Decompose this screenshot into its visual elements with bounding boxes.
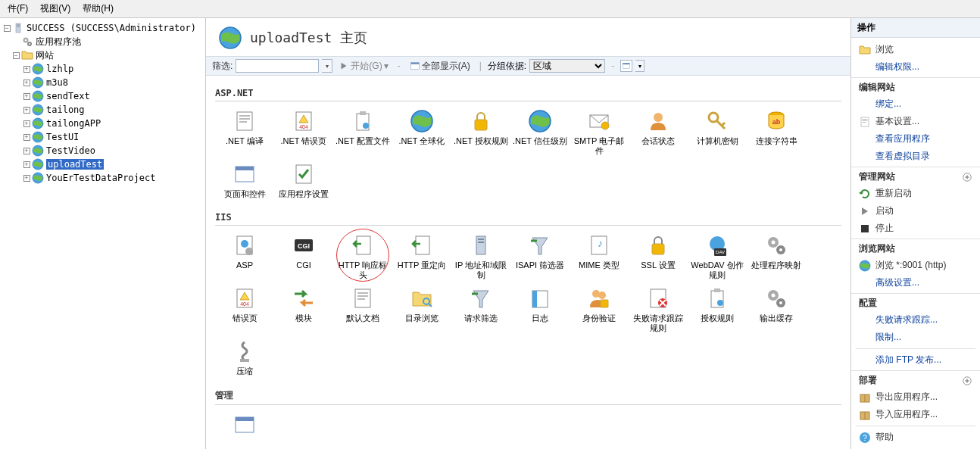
action-edit-permissions[interactable]: 编辑权限... <box>851 58 980 76</box>
action-help[interactable]: 帮助 <box>851 429 980 446</box>
tree-site-tailongAPP[interactable]: +tailongAPP <box>0 117 205 130</box>
action-basic-settings[interactable]: 基本设置... <box>851 113 980 130</box>
site-icon <box>218 26 242 50</box>
feature-trust[interactable]: .NET 信任级别 <box>510 106 570 159</box>
show-all-button[interactable]: 全部显示(A) <box>407 60 473 73</box>
action-advanced-settings[interactable]: 高级设置... <box>851 274 980 292</box>
feature-label: 处理程序映射 <box>751 260 801 270</box>
tree-sites[interactable]: − 网站 <box>0 48 205 62</box>
feature-label: 身份验证 <box>582 313 616 323</box>
tree-site-uploadTest[interactable]: +uploadTest <box>0 157 205 171</box>
trust-icon <box>528 109 552 133</box>
feature-outcache[interactable]: 输出缓存 <box>747 283 806 336</box>
feature-label: .NET 全球化 <box>399 136 445 146</box>
feature-label: .NET 授权规则 <box>454 136 508 146</box>
httphdr-icon <box>351 233 375 257</box>
feature-profile[interactable]: .NET 配置文件 <box>333 106 392 159</box>
machinekey-icon <box>705 109 729 133</box>
view-dropdown[interactable]: ▾ <box>635 60 644 72</box>
feature-iprestrict[interactable]: IP 地址和域限制 <box>451 230 510 283</box>
action-import-app[interactable]: 导入应用程序... <box>851 406 980 423</box>
action-online-help[interactable]: 联机帮助 <box>851 446 980 449</box>
feature-asp[interactable]: ASP <box>215 230 274 283</box>
feature-session[interactable]: 会话状态 <box>629 106 688 159</box>
action-browse-9001[interactable]: 浏览 *:9001 (http) <box>851 257 980 274</box>
tree-site-TestUI[interactable]: +TestUI <box>0 130 205 144</box>
feature-failedreq[interactable]: 失败请求跟踪规则 <box>629 283 688 336</box>
expand-icon[interactable] <box>962 172 972 182</box>
feature-reqfilter[interactable]: 请求筛选 <box>451 283 510 336</box>
tree-site-TestVideo[interactable]: +TestVideo <box>0 144 205 157</box>
feature-pagesctrls[interactable]: 页面和控件 <box>215 159 274 202</box>
start-button[interactable]: 开始(G) ▾ <box>336 60 391 73</box>
feature-handler[interactable]: 处理程序映射 <box>747 230 806 283</box>
groupby-select[interactable]: 区域 <box>529 59 605 73</box>
action-add-ftp[interactable]: 添加 FTP 发布... <box>851 351 980 369</box>
config-icon <box>233 413 257 437</box>
tree-site-lzhlp[interactable]: +lzhlp <box>0 62 205 76</box>
feature-compile[interactable]: .NET 编译 <box>215 106 274 159</box>
feature-cgi[interactable]: CGI <box>274 230 333 283</box>
tree-site-label: tailong <box>46 104 85 115</box>
tree-root[interactable]: − SUCCESS (SUCCESS\Administrator) <box>0 21 205 35</box>
tree-site-sendText[interactable]: +sendText <box>0 89 205 103</box>
feature-compress[interactable]: 压缩 <box>215 336 274 379</box>
feature-httphdr[interactable]: HTTP 响应标头 <box>333 230 392 283</box>
dirbrowse-icon <box>410 286 434 310</box>
feature-mime[interactable]: MIME 类型 <box>570 230 629 283</box>
feature-ssl[interactable]: SSL 设置 <box>629 230 688 283</box>
action-view-apps[interactable]: 查看应用程序 <box>851 130 980 148</box>
action-view-vdirs[interactable]: 查看虚拟目录 <box>851 148 980 165</box>
expand-icon[interactable] <box>962 376 972 386</box>
feature-label: 会话状态 <box>641 136 675 146</box>
action-limits[interactable]: 限制... <box>851 329 980 346</box>
action-stop[interactable]: 停止 <box>851 220 980 237</box>
menu-help[interactable]: 帮助(H) <box>76 1 120 17</box>
feature-machinekey[interactable]: 计算机密钥 <box>688 106 747 159</box>
filter-input[interactable] <box>236 59 319 73</box>
action-export-app[interactable]: 导出应用程序... <box>851 388 980 406</box>
tree-site-m3u8[interactable]: +m3u8 <box>0 76 205 89</box>
feature-label: 失败请求跟踪规则 <box>630 313 686 333</box>
feature-connstr[interactable]: 连接字符串 <box>747 106 806 159</box>
tree-site-label: uploadTest <box>46 159 104 170</box>
feature-logging[interactable]: 日志 <box>510 283 570 336</box>
isapi-icon <box>528 233 552 257</box>
feature-authn[interactable]: 身份验证 <box>570 283 629 336</box>
menu-file[interactable]: 件(F) <box>2 1 34 17</box>
feature-errpage[interactable]: 错误页 <box>215 283 274 336</box>
section-deploy: 部署 <box>851 370 980 388</box>
feature-modules[interactable]: 模块 <box>274 283 333 336</box>
mime-icon <box>587 233 611 257</box>
feature-label: 请求筛选 <box>464 313 498 323</box>
view-button[interactable] <box>620 60 632 72</box>
action-explore[interactable]: 浏览 <box>851 41 980 58</box>
import-icon <box>859 409 871 421</box>
feature-httpredir[interactable]: HTTP 重定向 <box>392 230 451 283</box>
feature-label: MIME 类型 <box>579 260 620 270</box>
menu-view[interactable]: 视图(V) <box>34 1 76 17</box>
feature-config-editor[interactable] <box>215 410 274 443</box>
handler-icon <box>764 233 788 257</box>
action-start[interactable]: 启动 <box>851 202 980 220</box>
feature-smtp[interactable]: SMTP 电子邮件 <box>570 106 629 159</box>
filter-dropdown[interactable]: ▾ <box>322 59 332 73</box>
tree-site-tailong[interactable]: +tailong <box>0 103 205 117</box>
feature-dirbrowse[interactable]: 目录浏览 <box>392 283 451 336</box>
feature-errorpage[interactable]: .NET 错误页 <box>274 106 333 159</box>
tree-site-YouErTestDataProject[interactable]: +YouErTestDataProject <box>0 171 205 185</box>
asp-icon <box>233 233 257 257</box>
action-restart[interactable]: 重新启动 <box>851 185 980 202</box>
feature-globalization[interactable]: .NET 全球化 <box>392 106 451 159</box>
feature-defdoc[interactable]: 默认文档 <box>333 283 392 336</box>
feature-authz[interactable]: 授权规则 <box>688 283 747 336</box>
action-failed-trace[interactable]: 失败请求跟踪... <box>851 311 980 329</box>
stop-icon <box>859 223 871 235</box>
tree-app-pools[interactable]: 应用程序池 <box>0 35 205 48</box>
feature-auth[interactable]: .NET 授权规则 <box>451 106 510 159</box>
feature-appsettings[interactable]: 应用程序设置 <box>274 159 333 202</box>
action-bindings[interactable]: 绑定... <box>851 95 980 113</box>
feature-label: SMTP 电子邮件 <box>571 136 627 156</box>
feature-webdav[interactable]: WebDAV 创作规则 <box>688 230 747 283</box>
feature-isapi[interactable]: ISAPI 筛选器 <box>510 230 570 283</box>
